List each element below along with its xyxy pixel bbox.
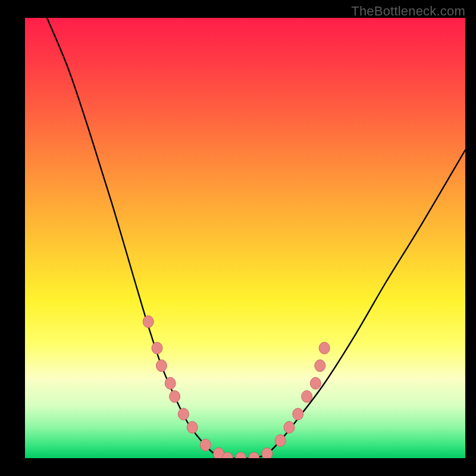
data-point <box>200 439 211 451</box>
data-point <box>310 377 321 389</box>
data-point <box>236 452 246 458</box>
bottleneck-curve <box>47 18 465 458</box>
data-point <box>152 342 162 354</box>
data-point <box>284 421 295 433</box>
data-point <box>319 342 330 354</box>
chart-frame: TheBottleneck.com <box>0 0 476 476</box>
data-points-group <box>143 316 330 458</box>
data-point <box>187 421 198 433</box>
data-point <box>170 390 180 402</box>
data-point <box>262 448 273 458</box>
chart-svg <box>25 18 465 458</box>
data-point <box>156 360 167 372</box>
data-point <box>178 408 189 420</box>
data-point <box>143 316 154 328</box>
data-point <box>315 360 325 372</box>
data-point <box>249 452 259 458</box>
attribution-text: TheBottleneck.com <box>351 4 465 19</box>
data-point <box>293 408 303 420</box>
data-point <box>165 377 176 389</box>
chart-plot-area <box>25 18 465 458</box>
data-point <box>275 434 286 446</box>
data-point <box>302 390 312 402</box>
